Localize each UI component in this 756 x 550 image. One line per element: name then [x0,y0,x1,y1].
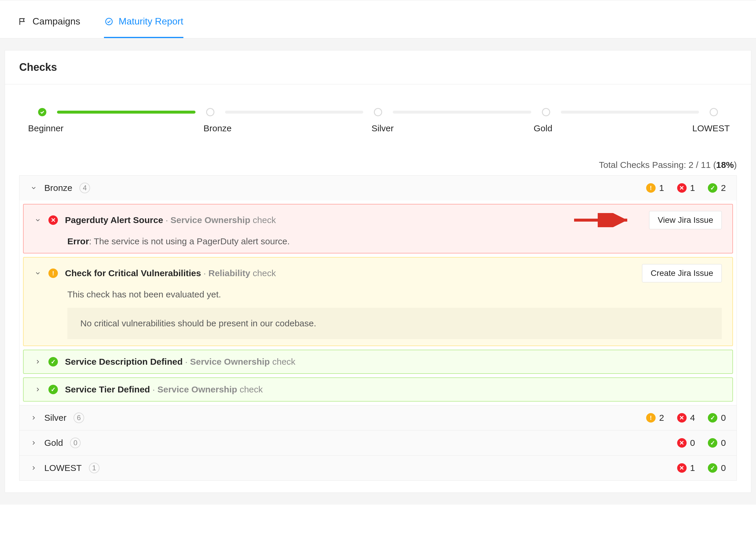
step-node-silver [374,108,382,116]
step-segment [225,111,364,114]
check-circle-icon [104,17,114,27]
check-title: Service Description Defined · Service Ow… [65,357,295,367]
step-node-bronze [206,108,214,116]
chevron-down-icon[interactable] [34,270,41,276]
chevron-right-icon[interactable] [34,358,41,365]
level-fail-stat: ✕4 [677,413,695,423]
svg-point-0 [106,18,113,25]
card-title: Checks [5,50,751,84]
error-icon: ✕ [48,216,58,225]
step-node-gold [542,108,550,116]
step-node-beginner [38,108,46,116]
level-name: Silver [44,413,66,423]
error-icon: ✕ [677,463,687,473]
create-jira-issue-button[interactable]: Create Jira Issue [642,264,722,282]
level-warn-stat: !2 [646,413,664,423]
check-description: No critical vulnerabilities should be pr… [67,308,722,339]
step-label: Gold [534,123,552,133]
level-fail-stat: ✕1 [677,183,695,193]
level-count-badge: 4 [79,183,90,193]
success-icon: ✓ [48,357,58,366]
level-silver: Silver 6 !2 ✕4 ✓0 [19,405,737,430]
chevron-right-icon[interactable] [34,386,41,393]
check-title: Service Tier Defined · Service Ownership… [65,384,263,394]
chevron-right-icon [30,414,37,421]
check-error-message: Error: The service is not using a PagerD… [67,236,722,247]
step-label: Beginner [28,123,63,133]
chevron-down-icon [30,185,37,191]
tab-maturity-report[interactable]: Maturity Report [104,4,183,38]
level-list: Bronze 4 !1 ✕1 ✓2 [19,175,737,481]
success-icon: ✓ [708,413,717,422]
warning-icon: ! [48,269,58,278]
annotation-arrow-icon [574,213,633,227]
level-bronze: Bronze 4 !1 ✕1 ✓2 [19,176,737,405]
check-pagerduty: ✕ Pagerduty Alert Source · Service Owner… [23,204,733,254]
check-title: Pagerduty Alert Source · Service Ownersh… [65,215,276,225]
success-icon: ✓ [48,385,58,394]
warning-icon: ! [646,183,656,193]
check-title: Check for Critical Vulnerabilities · Rel… [65,268,276,278]
level-pass-stat: ✓0 [708,463,726,473]
level-fail-stat: ✕1 [677,463,695,473]
level-warn-stat: !1 [646,183,664,193]
chevron-right-icon [30,465,37,471]
level-name: Bronze [44,183,72,193]
error-icon: ✕ [677,183,687,193]
level-fail-stat: ✕0 [677,438,695,448]
check-service-description: ✓ Service Description Defined · Service … [23,350,733,374]
level-gold-header[interactable]: Gold 0 ✕0 ✓0 [19,430,737,455]
success-icon: ✓ [708,183,717,193]
error-icon: ✕ [677,413,687,422]
level-lowest: LOWEST 1 ✕1 ✓0 [19,455,737,480]
level-bronze-header[interactable]: Bronze 4 !1 ✕1 ✓2 [19,176,737,200]
flag-icon [18,17,28,27]
level-pass-stat: ✓0 [708,438,726,448]
level-gold: Gold 0 ✕0 ✓0 [19,430,737,455]
check-service-tier: ✓ Service Tier Defined · Service Ownersh… [23,377,733,401]
step-segment [393,111,531,114]
maturity-progress: Beginner Bronze Silver Gold LOWEST [38,108,718,133]
level-name: Gold [44,438,63,448]
step-segment [561,111,699,114]
level-pass-stat: ✓2 [708,183,726,193]
step-label: Silver [372,123,394,133]
tab-campaigns-label: Campaigns [32,16,80,27]
step-node-lowest [710,108,718,116]
chevron-down-icon[interactable] [34,217,41,223]
success-icon: ✓ [708,438,717,448]
step-label: Bronze [203,123,232,133]
step-segment [57,111,195,114]
error-icon: ✕ [677,438,687,448]
check-vulnerabilities: ! Check for Critical Vulnerabilities · R… [23,257,733,346]
check-status-message: This check has not been evaluated yet. [67,289,722,299]
level-pass-stat: ✓0 [708,413,726,423]
level-name: LOWEST [44,463,82,473]
chevron-right-icon [30,440,37,446]
success-icon: ✓ [708,463,717,473]
level-count-badge: 0 [70,438,81,448]
level-lowest-header[interactable]: LOWEST 1 ✕1 ✓0 [19,456,737,480]
level-silver-header[interactable]: Silver 6 !2 ✕4 ✓0 [19,405,737,430]
warning-icon: ! [646,413,656,422]
total-checks-passing: Total Checks Passing: 2 / 11 (18%) [19,160,737,170]
level-count-badge: 6 [74,412,84,423]
view-jira-issue-button[interactable]: View Jira Issue [649,211,722,229]
tab-campaigns[interactable]: Campaigns [18,4,80,38]
checks-card: Checks Beginner [5,50,751,493]
level-count-badge: 1 [89,463,100,473]
step-label: LOWEST [692,123,730,133]
tab-maturity-label: Maturity Report [119,16,183,27]
